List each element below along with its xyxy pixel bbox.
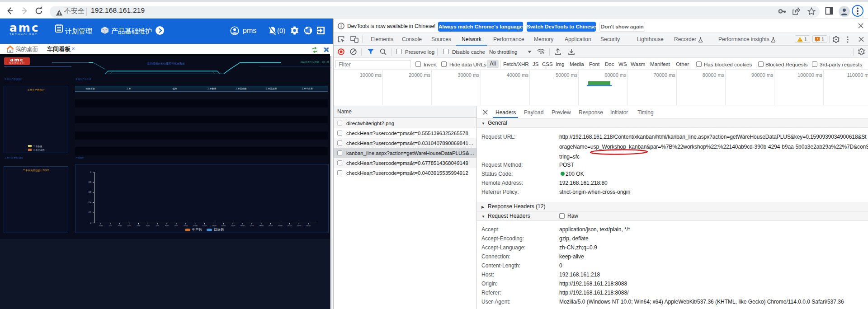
filter-type-other[interactable]: Other (676, 61, 689, 67)
language-globe-icon[interactable] (304, 26, 312, 35)
devtools-tab-memory[interactable]: Memory (534, 36, 553, 42)
response-headers-section[interactable]: ▶ Response Headers (12) (477, 202, 868, 211)
devtools-tab-elements[interactable]: Elements (371, 36, 393, 42)
devtools-settings-gear-icon[interactable] (833, 36, 840, 43)
devtools-tab-application[interactable]: Application (565, 36, 591, 42)
device-toolbar-icon[interactable] (350, 36, 359, 43)
request-checkbox[interactable] (337, 121, 342, 126)
home-icon[interactable] (6, 46, 14, 53)
devtools-tab-security[interactable]: Security (600, 36, 620, 42)
request-row[interactable]: checkHeart?usercode=pms&t=0.555139632526… (334, 128, 476, 138)
third-party-label[interactable]: 3rd-party requests (820, 61, 862, 67)
menu-plan-management[interactable]: 计划管理 (65, 27, 92, 36)
back-icon[interactable] (5, 6, 14, 15)
menu-expand-button[interactable] (156, 26, 164, 35)
request-row[interactable]: checkHeart?usercode=pms&t=0.677851436804… (334, 158, 476, 168)
filter-type-font[interactable]: Font (589, 61, 599, 67)
has-blocked-cookies-checkbox[interactable] (696, 61, 702, 67)
requests-column-header[interactable]: Name (334, 106, 476, 118)
notifications-muted-icon[interactable] (269, 26, 277, 35)
invert-label[interactable]: Invert (424, 61, 437, 67)
search-icon[interactable] (380, 48, 387, 55)
filter-funnel-icon[interactable] (368, 49, 374, 55)
filter-type-css[interactable]: CSS (542, 61, 553, 67)
filter-type-manifest[interactable]: Manifest (650, 61, 670, 67)
user-avatar-icon[interactable] (230, 26, 239, 35)
reload-icon[interactable] (34, 6, 43, 15)
clear-network-log-icon[interactable] (350, 48, 357, 55)
filter-all[interactable]: All (487, 60, 499, 68)
devtools-tab-lighthouse[interactable]: Lighthouse (637, 36, 664, 42)
address-bar[interactable] (50, 6, 820, 18)
detail-tab-headers[interactable]: Headers (495, 109, 516, 116)
devtools-tab-performance-insights[interactable]: Performance insights (718, 36, 769, 42)
request-checkbox[interactable] (337, 170, 342, 175)
close-window-icon[interactable] (324, 47, 329, 52)
filter-type-media[interactable]: Media (570, 61, 584, 67)
always-match-language-button[interactable]: Always match Chrome's language (438, 22, 523, 32)
bookmark-star-icon[interactable] (807, 7, 816, 15)
request-row[interactable]: checkHeart?usercode=pms&t=0.040391553599… (334, 168, 476, 178)
general-collapse-icon[interactable]: ▼ (481, 122, 485, 126)
avatar[interactable] (839, 6, 850, 17)
infobar-close-icon[interactable] (858, 23, 863, 28)
invert-checkbox[interactable] (415, 61, 421, 67)
request-checkbox[interactable] (337, 160, 342, 165)
filter-type-fetch-xhr[interactable]: Fetch/XHR (503, 61, 529, 67)
close-details-icon[interactable] (483, 110, 488, 115)
record-network-log-icon[interactable] (338, 48, 344, 55)
blocked-requests-label[interactable]: Blocked Requests (765, 61, 807, 67)
devtools-tab-performance[interactable]: Performance (493, 36, 524, 42)
network-settings-gear-icon[interactable] (858, 48, 865, 55)
filter-type-img[interactable]: Img (556, 61, 564, 67)
password-key-icon[interactable] (778, 8, 787, 15)
general-section-header[interactable]: ▼ General (477, 118, 868, 128)
throttling-dropdown-icon[interactable] (528, 51, 532, 53)
devtools-tab-console[interactable]: Console (402, 36, 422, 42)
tab-workshop-kanban[interactable]: 车间看板 (47, 45, 71, 53)
response-headers-expand-icon[interactable]: ▶ (481, 205, 484, 209)
filter-type-js[interactable]: JS (533, 61, 539, 67)
issues-badge[interactable]: 1 (812, 35, 827, 43)
filter-type-ws[interactable]: WS (618, 61, 627, 67)
devtools-close-icon[interactable] (859, 37, 864, 42)
throttling-select[interactable]: No throttling (489, 49, 518, 55)
preserve-log-checkbox[interactable] (396, 49, 402, 54)
refresh-icon[interactable] (311, 46, 319, 54)
network-conditions-icon[interactable] (537, 48, 545, 55)
logout-icon[interactable] (316, 26, 325, 35)
blocked-requests-checkbox[interactable] (758, 61, 764, 67)
url-text[interactable]: 192.168.161.219 (91, 6, 145, 14)
devtools-tab-sources[interactable]: Sources (431, 36, 451, 42)
third-party-checkbox[interactable] (812, 61, 817, 67)
filter-input[interactable]: Filter (335, 60, 411, 68)
tab-my-desktop[interactable]: 我的桌面 (15, 46, 38, 53)
filter-type-wasm[interactable]: Wasm (631, 61, 645, 67)
warnings-badge[interactable]: 1 (795, 35, 810, 43)
preserve-log-label[interactable]: Preserve log (405, 49, 434, 55)
switch-devtools-chinese-button[interactable]: Switch DevTools to Chinese (527, 22, 596, 32)
dont-show-again-button[interactable]: Don't show again (599, 22, 645, 32)
detail-tab-timing[interactable]: Timing (637, 109, 654, 116)
chrome-menu-update-ring[interactable] (852, 5, 863, 17)
menu-product-maintenance[interactable]: 产品基础维护 (111, 27, 152, 36)
detail-tab-payload[interactable]: Payload (524, 109, 543, 116)
detail-tab-preview[interactable]: Preview (552, 109, 571, 116)
network-overview-timeline[interactable]: 10000 ms20000 ms30000 ms40000 ms50000 ms… (334, 70, 868, 106)
devtools-tab-network[interactable]: Network (462, 36, 481, 42)
has-blocked-cookies-label[interactable]: Has blocked cookies (704, 61, 752, 67)
hide-data-urls-checkbox[interactable] (441, 61, 447, 67)
request-row[interactable]: directwhiteright2.png (334, 118, 476, 128)
request-headers-collapse-icon[interactable]: ▼ (481, 215, 485, 219)
import-har-icon[interactable] (555, 48, 561, 55)
disable-cache-label[interactable]: Disable cache (452, 49, 485, 55)
detail-tab-initiator[interactable]: Initiator (610, 109, 628, 116)
not-secure-warning-icon[interactable] (56, 9, 63, 16)
request-checkbox[interactable] (337, 140, 342, 145)
page-scrollbar-thumb[interactable] (330, 56, 331, 309)
request-row[interactable]: kanban_line.aspx?action=getWareHouseData… (334, 148, 476, 158)
detail-tab-response[interactable]: Response (579, 109, 603, 116)
share-icon[interactable] (792, 7, 800, 15)
export-har-icon[interactable] (568, 48, 575, 55)
request-row[interactable]: checkHeart?usercode=pms&t=0.031040789086… (334, 138, 476, 148)
